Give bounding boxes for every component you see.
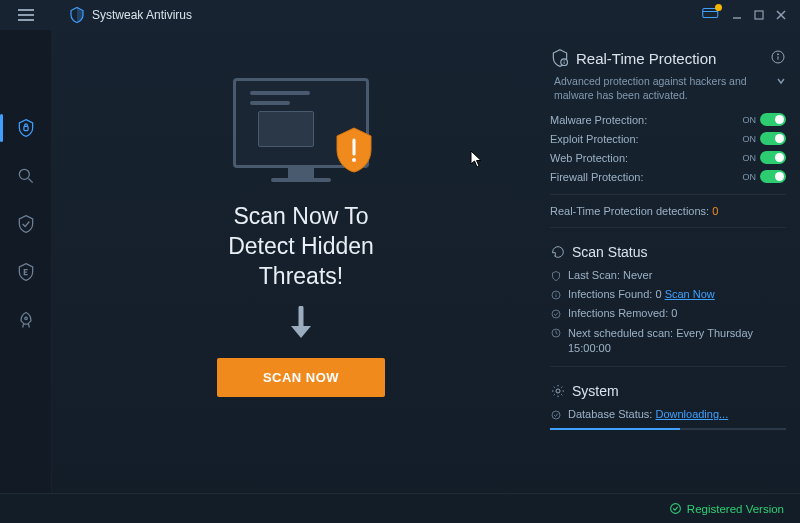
svg-point-11 (352, 158, 356, 162)
gear-icon (550, 383, 566, 399)
svg-point-7 (19, 169, 29, 179)
right-panel: Real-Time Protection Advanced protection… (550, 30, 800, 493)
minimize-button[interactable] (726, 4, 748, 26)
svg-point-14 (561, 59, 568, 66)
info-small-icon (550, 289, 562, 301)
search-icon (16, 166, 36, 186)
shield-warning-icon (333, 126, 375, 174)
toggle-switch[interactable] (760, 132, 786, 145)
headline: Scan Now To Detect Hidden Threats! (228, 202, 374, 292)
svg-point-25 (556, 389, 560, 393)
clock-icon (550, 327, 562, 339)
toggle-switch[interactable] (760, 170, 786, 183)
sidebar (0, 30, 52, 493)
main-panel: Scan Now To Detect Hidden Threats! SCAN … (52, 30, 550, 493)
store-icon[interactable] (702, 6, 720, 24)
app-title: Systweak Antivirus (92, 8, 192, 22)
svg-point-18 (777, 54, 778, 55)
shield-small-icon (550, 270, 562, 282)
svg-line-8 (28, 179, 32, 183)
registered-label: Registered Version (687, 503, 784, 515)
rocket-icon (16, 310, 36, 330)
check-circle-icon (669, 502, 682, 515)
svg-marker-13 (291, 326, 311, 338)
sidebar-item-quarantine[interactable] (0, 248, 52, 296)
close-button[interactable] (770, 4, 792, 26)
detections-row: Real-Time Protection detections: 0 (550, 203, 786, 219)
database-status-row: Database Status: Downloading... (550, 405, 786, 424)
maximize-button[interactable] (748, 4, 770, 26)
info-icon[interactable] (770, 49, 786, 67)
svg-point-26 (552, 411, 560, 419)
sidebar-item-scan[interactable] (0, 152, 52, 200)
monitor-illustration (233, 78, 369, 188)
realtime-header: Real-Time Protection (550, 48, 786, 68)
arrow-down-icon (286, 306, 316, 344)
shield-e-icon (16, 262, 36, 282)
svg-point-23 (552, 310, 560, 318)
scan-status-header: Scan Status (550, 244, 786, 260)
infections-found-row: Infections Found: 0 Scan Now (550, 285, 786, 304)
app-logo-icon (68, 6, 86, 24)
sidebar-item-protection[interactable] (0, 200, 52, 248)
system-header: System (550, 383, 786, 399)
toggle-exploit: Exploit Protection: ON (550, 129, 786, 148)
svg-rect-6 (23, 126, 27, 130)
footer: Registered Version (0, 493, 800, 523)
toggle-web: Web Protection: ON (550, 148, 786, 167)
svg-point-27 (670, 504, 680, 514)
hamburger-menu[interactable] (0, 0, 52, 30)
svg-point-9 (24, 317, 27, 320)
next-scan-row: Next scheduled scan: Every Thursday 15:0… (550, 323, 786, 358)
shield-check-icon (16, 214, 36, 234)
check-circle-icon (550, 308, 562, 320)
download-progress (550, 428, 786, 430)
realtime-subtext: Advanced protection against hackers and … (550, 74, 786, 102)
shield-lock-icon (16, 118, 36, 138)
svg-rect-3 (755, 11, 763, 19)
refresh-icon (550, 244, 566, 260)
sidebar-item-startup[interactable] (0, 296, 52, 344)
last-scan-row: Last Scan: Never (550, 266, 786, 285)
check-circle-icon (550, 409, 562, 421)
title-bar: Systweak Antivirus (0, 0, 800, 30)
scan-now-button[interactable]: SCAN NOW (217, 358, 385, 397)
db-status-value: Downloading... (655, 408, 728, 420)
toggle-switch[interactable] (760, 113, 786, 126)
sidebar-item-home[interactable] (0, 104, 52, 152)
toggle-switch[interactable] (760, 151, 786, 164)
toggle-malware: Malware Protection: ON (550, 110, 786, 129)
shield-info-icon (550, 48, 570, 68)
toggle-firewall: Firewall Protection: ON (550, 167, 786, 186)
scan-now-link[interactable]: Scan Now (665, 288, 715, 300)
infections-removed-row: Infections Removed: 0 (550, 304, 786, 323)
chevron-down-icon[interactable] (776, 75, 786, 89)
